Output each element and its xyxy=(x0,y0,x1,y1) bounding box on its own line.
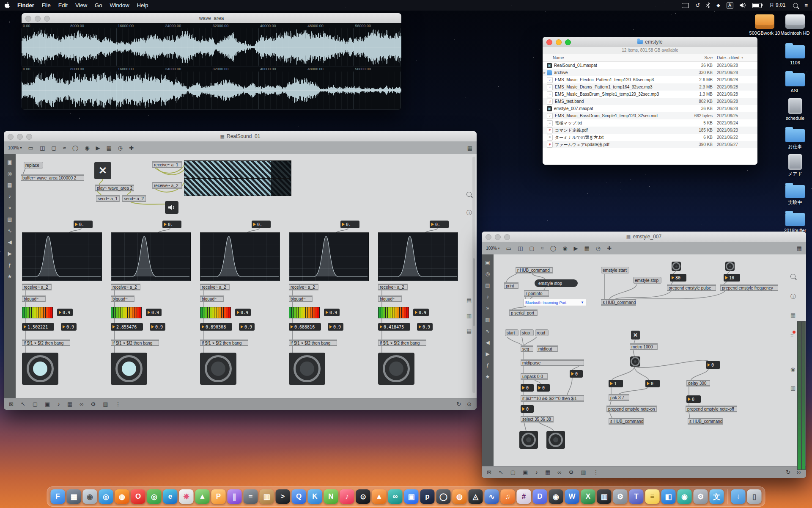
message-stop[interactable]: stop xyxy=(520,329,534,336)
grid-icon[interactable]: ▦ xyxy=(584,245,590,251)
bang-button[interactable] xyxy=(630,356,640,367)
patcher-box-icon[interactable]: ▣ xyxy=(485,260,490,265)
bang-button[interactable] xyxy=(22,353,58,385)
desktop-icon-実験中[interactable]: 実験中 xyxy=(779,182,811,205)
number-box[interactable]: 0.9 xyxy=(146,309,162,316)
object-s-hub-command[interactable]: s HUB_command xyxy=(688,418,723,425)
waveform-object-2[interactable] xyxy=(184,178,291,196)
waveform-object-1[interactable] xyxy=(184,160,291,178)
object-print[interactable]: print xyxy=(504,282,518,289)
file-row[interactable]: ♪EMS_Music_BassDrum_Simple1_temp120_32se… xyxy=(543,91,757,98)
object-send-a2[interactable]: send~ a_2 xyxy=(122,195,146,202)
number-box[interactable]: 0. xyxy=(340,221,359,228)
function-icon[interactable]: ƒ xyxy=(486,362,489,368)
panel-icon[interactable]: ▤ xyxy=(485,282,490,288)
dock-app-terminal[interactable]: > xyxy=(276,489,290,504)
link-icon[interactable]: ∞ xyxy=(80,401,83,407)
dock-app-compass[interactable]: ◉ xyxy=(678,489,692,504)
tools-icon[interactable]: ⚙ xyxy=(91,401,96,407)
dock-app-obs[interactable]: ◉ xyxy=(549,489,563,504)
column-header-name[interactable]: Name xyxy=(543,55,677,60)
link-icon[interactable]: ∞ xyxy=(557,469,561,475)
signal-icon[interactable]: ∿ xyxy=(8,228,12,234)
star-icon[interactable]: ★ xyxy=(486,374,490,380)
grid-icon[interactable]: ▦ xyxy=(467,145,472,151)
number-box[interactable]: 0.688816 xyxy=(289,323,321,331)
number-box[interactable]: 0. xyxy=(74,221,93,228)
dock-app-stickies[interactable]: ≡ xyxy=(645,489,660,504)
waveform-channel-1[interactable]: 0.008000.0016000.0024000.0032000.0040000… xyxy=(22,23,401,66)
spectrum-multislider[interactable] xyxy=(289,307,320,318)
display-icon[interactable] xyxy=(682,3,689,8)
file-row[interactable]: ▣emstyle_007.maxpat36 KB2021/06/28 xyxy=(543,105,757,112)
bang-button[interactable] xyxy=(725,262,735,271)
menu-clock[interactable]: 月 9:01 xyxy=(769,2,786,9)
select-icon[interactable]: ↖ xyxy=(499,469,503,475)
time-machine-icon[interactable]: ↺ xyxy=(695,2,700,8)
apple-menu-icon[interactable] xyxy=(4,2,10,8)
dock-app-github[interactable]: ⊙ xyxy=(356,489,370,504)
tools-icon[interactable]: ⚙ xyxy=(568,469,573,475)
function-icon[interactable]: ƒ xyxy=(8,262,11,268)
dock-app-word[interactable]: W xyxy=(565,489,579,504)
dock-app-garageband[interactable]: ♫ xyxy=(501,489,515,504)
number-box[interactable]: 0 xyxy=(521,405,534,413)
object-send-a1[interactable]: send~ a_1 xyxy=(96,195,120,202)
note-icon[interactable]: ♪ xyxy=(8,193,11,199)
dock-app-opera[interactable]: O xyxy=(131,489,145,504)
dock-app-vscode[interactable]: ◧ xyxy=(661,489,676,504)
clock-icon[interactable]: ◷ xyxy=(118,145,123,151)
number-box[interactable]: 0.9 xyxy=(235,309,251,316)
vertical-scrollbar[interactable] xyxy=(472,157,475,393)
number-box[interactable]: 0.9 xyxy=(150,323,165,331)
object-receive-a1[interactable]: receive~ a_1 xyxy=(152,161,182,168)
bang-button[interactable] xyxy=(111,353,147,385)
object-r-portinfo[interactable]: r portinfo xyxy=(524,290,549,297)
dock-app-finder[interactable]: F xyxy=(51,489,65,504)
number-box[interactable]: 10 xyxy=(724,274,740,282)
bang-button[interactable] xyxy=(378,353,414,385)
file-row[interactable]: ♫EMS_test.band802 KB2021/06/28 xyxy=(543,98,757,105)
object-metro[interactable]: metro 1000 xyxy=(630,343,658,350)
lock-icon[interactable]: ⊠ xyxy=(9,401,14,407)
number-box[interactable]: 0.9 xyxy=(324,309,340,316)
file-row[interactable]: Pファームウェアupdate法.pdf390 KB2021/05/27 xyxy=(543,141,757,148)
object-select[interactable]: select 35 36 38 xyxy=(521,416,554,422)
desktop-icon-macintosh-hd[interactable]: Macintosh HD xyxy=(779,14,811,36)
dock-app-teams[interactable]: T xyxy=(629,489,644,504)
comment-icon[interactable]: ◫ xyxy=(40,145,45,151)
filtergraph-display[interactable] xyxy=(289,232,369,281)
zoom-menu[interactable]: 100%▾ xyxy=(8,146,22,150)
camera-icon[interactable]: ◉ xyxy=(85,145,89,151)
dock-app-quicktime[interactable]: Q xyxy=(292,489,306,504)
notification-list-icon[interactable]: ≡ xyxy=(804,2,808,8)
file-row[interactable]: ▶archive330 KB2021/06/28 xyxy=(543,69,757,76)
dock-app-utility[interactable]: ⚙ xyxy=(613,489,628,504)
number-box[interactable]: 0.9 xyxy=(61,323,77,331)
window-controls[interactable] xyxy=(486,234,510,240)
dock-app-safari[interactable]: ◎ xyxy=(99,489,113,504)
file-row[interactable]: ♪EMS_Music_BassDrum_Simple1_temp120_32se… xyxy=(543,112,757,119)
keyboard-icon[interactable]: ▥ xyxy=(581,469,586,475)
emstyle-titlebar[interactable]: ▦ emstyle_007 xyxy=(482,232,806,242)
menu-help[interactable]: Help xyxy=(137,2,148,8)
play-icon[interactable]: ▶ xyxy=(486,351,489,357)
desktop-icon-2019buffer[interactable]: 2019buffer xyxy=(779,210,811,233)
presentation-icon[interactable]: ▢ xyxy=(51,145,56,151)
camera-icon[interactable]: ◉ xyxy=(562,245,567,251)
number-box[interactable]: 2.855476 xyxy=(111,323,143,331)
wave-area-titlebar[interactable]: wave_area xyxy=(22,13,401,23)
object-receive-a2[interactable]: receive~ a_2 xyxy=(22,284,52,290)
umenu-emstyle-stop[interactable]: emstyle stop xyxy=(535,279,578,287)
waveform-display[interactable] xyxy=(22,72,401,109)
dock-app-processing[interactable]: p xyxy=(420,489,435,504)
volume-icon[interactable] xyxy=(740,3,746,8)
spectrum-multislider[interactable] xyxy=(200,307,231,318)
column-header-date[interactable]: Date...dified ∨ xyxy=(717,55,757,60)
object-if-condition[interactable]: if $f1 > $f2 then bang xyxy=(22,340,70,346)
add-icon[interactable]: ✚ xyxy=(607,245,612,251)
object-if-condition[interactable]: if $f1 > $f2 then bang xyxy=(200,340,248,346)
object-prepend-pulse[interactable]: prepend emstyle pulse xyxy=(667,284,716,291)
waveform-editor[interactable]: 0.008000.0016000.0024000.0032000.0040000… xyxy=(22,23,401,110)
dial-icon[interactable]: ◎ xyxy=(8,171,12,177)
